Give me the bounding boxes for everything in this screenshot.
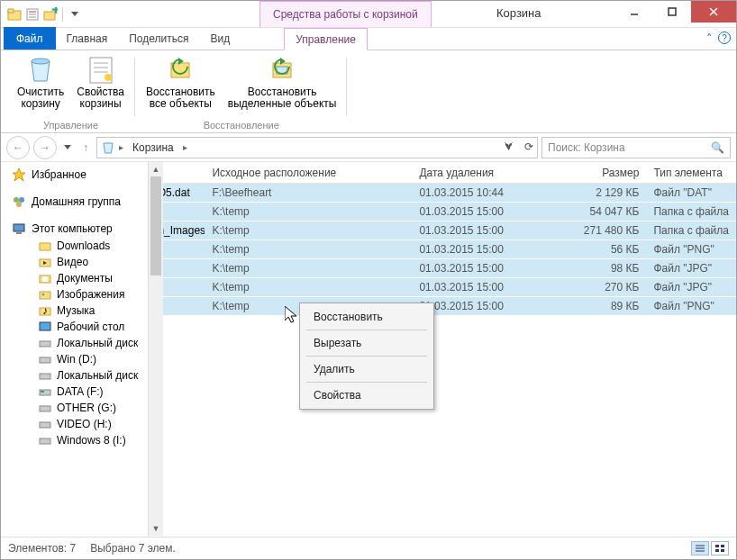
nav-documents[interactable]: Документы xyxy=(1,270,150,286)
nav-other-g[interactable]: OTHER (G:) xyxy=(1,400,150,416)
refresh-icon[interactable]: ⟳ xyxy=(524,140,533,153)
view-details-button[interactable] xyxy=(691,541,709,555)
cell-type: Файл "DAT" xyxy=(646,186,736,199)
svg-rect-33 xyxy=(42,276,48,282)
nav-scrollbar[interactable]: ▲ ▼ xyxy=(148,162,163,536)
tab-manage[interactable]: Управление xyxy=(284,28,368,50)
nav-win-d[interactable]: Win (D:) xyxy=(1,351,150,367)
nav-localdisk-e[interactable]: Локальный диск xyxy=(1,367,150,384)
address-bar[interactable]: ▸ Корзина ▸ ⮟ ⟳ xyxy=(96,137,538,158)
tab-home[interactable]: Главная xyxy=(56,27,119,50)
table-row[interactable]: n_ImagesK:\temp01.03.2015 15:00271 480 К… xyxy=(150,221,736,240)
ctx-separator xyxy=(306,382,427,383)
ctx-restore[interactable]: Восстановить xyxy=(303,306,431,328)
nav-music[interactable]: ♪Музыка xyxy=(1,303,150,319)
ribbon-collapse-icon[interactable]: ˄ xyxy=(706,32,713,45)
scrollbar-thumb[interactable] xyxy=(150,176,161,275)
nav-video-h[interactable]: VIDEO (H:) xyxy=(1,416,150,432)
contextual-tab-label: Средства работы с корзиной xyxy=(259,1,432,27)
pictures-folder-icon xyxy=(39,288,51,301)
context-menu: Восстановить Вырезать Удалить Свойства xyxy=(299,303,434,410)
search-input[interactable]: Поиск: Корзина 🔍 xyxy=(541,137,731,158)
nav-homegroup[interactable]: Домашняя группа xyxy=(1,193,150,211)
table-row[interactable]: K:\temp01.03.2015 15:0054 047 КБПапка с … xyxy=(150,203,736,221)
forward-button[interactable]: → xyxy=(33,136,57,159)
qat-dropdown-icon[interactable] xyxy=(67,6,83,23)
nav-pictures[interactable]: Изображения xyxy=(1,286,150,303)
column-header-date-deleted[interactable]: Дата удаления xyxy=(412,167,565,179)
desktop-icon xyxy=(39,321,51,333)
table-row[interactable]: K:\temp01.03.2015 15:0056 КБФайл "PNG" xyxy=(150,240,736,259)
ctx-delete[interactable]: Удалить xyxy=(303,358,431,380)
scroll-up-icon[interactable]: ▲ xyxy=(149,162,163,176)
nav-this-pc[interactable]: Этот компьютер xyxy=(1,220,150,238)
column-header-type[interactable]: Тип элемента xyxy=(646,167,736,179)
table-row[interactable]: D5.datF:\Beefheart01.03.2015 10:442 129 … xyxy=(150,184,736,203)
svg-point-25 xyxy=(19,197,24,203)
restore-all-button[interactable]: Восстановить все объекты xyxy=(141,54,221,112)
cell-date-deleted: 01.03.2015 15:00 xyxy=(412,281,565,294)
tab-file[interactable]: Файл xyxy=(4,27,56,50)
new-folder-icon[interactable]: ✚ xyxy=(42,6,59,23)
folder-icon xyxy=(6,6,23,23)
svg-text:♪: ♪ xyxy=(42,304,48,317)
chevron-right-icon[interactable]: ▸ xyxy=(183,142,187,152)
ctx-properties[interactable]: Свойства xyxy=(303,384,431,406)
nav-favorites[interactable]: Избранное xyxy=(1,166,150,184)
cell-size: 54 047 КБ xyxy=(565,205,646,218)
search-icon[interactable]: 🔍 xyxy=(711,141,724,154)
table-row[interactable]: K:\temp01.03.2015 15:00270 КБФайл "JPG" xyxy=(150,278,736,297)
drive-icon xyxy=(39,385,51,398)
nav-data-f[interactable]: DATA (F:) xyxy=(1,384,150,400)
nav-downloads[interactable]: Downloads xyxy=(1,238,150,254)
address-history-dropdown[interactable]: ⮟ xyxy=(505,141,514,151)
svg-text:✚: ✚ xyxy=(51,7,58,16)
table-row[interactable]: K:\temp01.03.2015 15:0089 КБФайл "PNG" xyxy=(150,297,736,316)
up-button[interactable]: ↑ xyxy=(78,136,93,159)
ctx-cut[interactable]: Вырезать xyxy=(303,332,431,354)
cell-date-deleted: 01.03.2015 15:00 xyxy=(412,243,565,256)
address-bar-row: ← → ↑ ▸ Корзина ▸ ⮟ ⟳ Поиск: Корзина 🔍 xyxy=(1,133,736,162)
help-icon[interactable]: ? xyxy=(718,32,731,44)
minimize-button[interactable] xyxy=(615,1,653,23)
svg-rect-38 xyxy=(40,322,50,330)
maximize-button[interactable] xyxy=(653,1,691,23)
column-header-size[interactable]: Размер xyxy=(565,167,646,179)
nav-video[interactable]: Видео xyxy=(1,254,150,270)
back-button[interactable]: ← xyxy=(6,136,30,159)
breadcrumb-location[interactable]: Корзина xyxy=(127,141,179,154)
music-folder-icon: ♪ xyxy=(39,304,51,317)
table-row[interactable]: K:\temp01.03.2015 15:0098 КБФайл "JPG" xyxy=(150,259,736,278)
cursor-icon xyxy=(285,306,301,326)
tab-view[interactable]: Вид xyxy=(199,27,241,50)
chevron-right-icon[interactable]: ▸ xyxy=(119,142,123,152)
restore-selected-button[interactable]: Восстановить выделенные объекты xyxy=(223,54,342,112)
empty-bin-button[interactable]: Очистить корзину xyxy=(12,54,69,112)
cell-original-location: K:\temp xyxy=(205,281,412,294)
ribbon-tab-row: Файл Главная Поделиться Вид Управление ˄… xyxy=(1,28,736,50)
status-item-count: Элементов: 7 xyxy=(8,542,76,555)
svg-rect-29 xyxy=(40,243,50,250)
properties-icon[interactable] xyxy=(24,6,41,23)
nav-localdisk-c[interactable]: Локальный диск xyxy=(1,335,150,351)
svg-rect-1 xyxy=(8,9,14,13)
nav-desktop[interactable]: Рабочий стол xyxy=(1,319,150,335)
cell-date-deleted: 01.03.2015 15:00 xyxy=(412,262,565,275)
column-header-original-location[interactable]: Исходное расположение xyxy=(205,167,412,179)
recent-locations-button[interactable] xyxy=(60,136,75,159)
recycle-bin-icon xyxy=(101,140,115,155)
nav-win8-i[interactable]: Windows 8 (I:) xyxy=(1,432,150,448)
close-button[interactable] xyxy=(691,1,736,23)
tab-share[interactable]: Поделиться xyxy=(118,27,199,50)
bin-properties-button[interactable]: Свойства корзины xyxy=(71,54,130,112)
view-icons-button[interactable] xyxy=(711,541,729,555)
cell-original-location: F:\Beefheart xyxy=(205,186,412,199)
svg-rect-27 xyxy=(14,224,24,231)
window-title: Корзина xyxy=(496,6,541,20)
restore-selected-icon xyxy=(268,56,296,85)
scroll-down-icon[interactable]: ▼ xyxy=(149,521,163,536)
svg-point-24 xyxy=(14,197,19,203)
svg-rect-9 xyxy=(669,8,676,15)
restore-selected-label: Восстановить выделенные объекты xyxy=(228,86,337,110)
svg-rect-53 xyxy=(715,549,719,552)
